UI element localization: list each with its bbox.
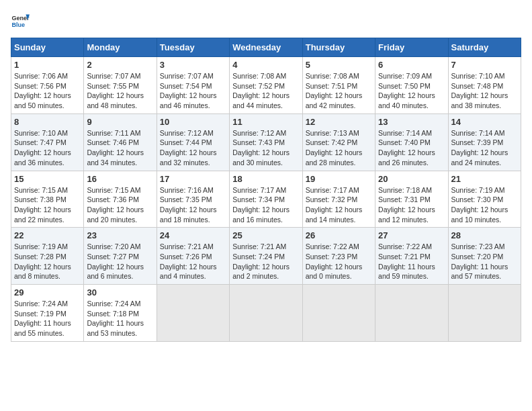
day-number: 23 — [87, 230, 153, 240]
calendar-cell — [302, 285, 375, 342]
day-number: 12 — [306, 117, 372, 127]
day-detail: Sunrise: 7:18 AMSunset: 7:31 PMDaylight:… — [378, 185, 445, 225]
day-detail: Sunrise: 7:17 AMSunset: 7:34 PMDaylight:… — [232, 185, 299, 225]
day-detail: Sunrise: 7:08 AMSunset: 7:51 PMDaylight:… — [306, 71, 372, 111]
calendar-cell: 1 Sunrise: 7:06 AMSunset: 7:56 PMDayligh… — [11, 57, 84, 114]
calendar-cell: 26 Sunrise: 7:22 AMSunset: 7:23 PMDaylig… — [302, 228, 375, 285]
day-detail: Sunrise: 7:22 AMSunset: 7:23 PMDaylight:… — [306, 242, 372, 281]
day-detail: Sunrise: 7:19 AMSunset: 7:30 PMDaylight:… — [451, 185, 518, 225]
day-number: 5 — [306, 60, 372, 70]
weekday-header-saturday: Saturday — [448, 38, 521, 57]
day-detail: Sunrise: 7:16 AMSunset: 7:35 PMDaylight:… — [160, 185, 226, 225]
day-detail: Sunrise: 7:14 AMSunset: 7:40 PMDaylight:… — [378, 128, 445, 168]
day-number: 7 — [451, 60, 518, 70]
day-number: 19 — [306, 174, 372, 184]
day-number: 9 — [87, 117, 153, 127]
weekday-header-thursday: Thursday — [302, 38, 375, 57]
day-detail: Sunrise: 7:08 AMSunset: 7:52 PMDaylight:… — [232, 71, 299, 111]
calendar-cell: 30 Sunrise: 7:24 AMSunset: 7:18 PMDaylig… — [84, 285, 157, 342]
page-header: General Blue — [11, 11, 521, 30]
calendar-cell: 14 Sunrise: 7:14 AMSunset: 7:39 PMDaylig… — [448, 113, 521, 171]
calendar-week-row: 1 Sunrise: 7:06 AMSunset: 7:56 PMDayligh… — [11, 57, 521, 114]
day-number: 28 — [451, 230, 518, 240]
calendar-week-row: 22 Sunrise: 7:19 AMSunset: 7:28 PMDaylig… — [11, 228, 521, 285]
day-number: 20 — [378, 174, 445, 184]
calendar-cell: 16 Sunrise: 7:15 AMSunset: 7:36 PMDaylig… — [84, 171, 157, 228]
day-detail: Sunrise: 7:12 AMSunset: 7:43 PMDaylight:… — [232, 128, 299, 168]
calendar-cell: 29 Sunrise: 7:24 AMSunset: 7:19 PMDaylig… — [11, 285, 84, 342]
calendar-cell: 8 Sunrise: 7:10 AMSunset: 7:47 PMDayligh… — [11, 113, 84, 171]
day-detail: Sunrise: 7:23 AMSunset: 7:20 PMDaylight:… — [451, 242, 518, 281]
day-number: 16 — [87, 174, 153, 184]
calendar-cell: 5 Sunrise: 7:08 AMSunset: 7:51 PMDayligh… — [302, 57, 375, 114]
calendar-cell: 18 Sunrise: 7:17 AMSunset: 7:34 PMDaylig… — [230, 171, 302, 228]
day-number: 22 — [14, 230, 81, 240]
day-number: 15 — [14, 174, 81, 184]
weekday-header-sunday: Sunday — [11, 38, 84, 57]
calendar-cell — [230, 285, 302, 342]
day-number: 1 — [14, 60, 81, 70]
day-number: 6 — [378, 60, 445, 70]
day-number: 3 — [160, 60, 226, 70]
logo: General Blue — [11, 11, 32, 30]
day-detail: Sunrise: 7:10 AMSunset: 7:48 PMDaylight:… — [451, 71, 518, 111]
calendar-cell: 25 Sunrise: 7:21 AMSunset: 7:24 PMDaylig… — [230, 228, 302, 285]
calendar-cell: 27 Sunrise: 7:22 AMSunset: 7:21 PMDaylig… — [375, 228, 448, 285]
day-detail: Sunrise: 7:13 AMSunset: 7:42 PMDaylight:… — [306, 128, 372, 168]
day-detail: Sunrise: 7:20 AMSunset: 7:27 PMDaylight:… — [87, 242, 153, 281]
calendar-cell: 22 Sunrise: 7:19 AMSunset: 7:28 PMDaylig… — [11, 228, 84, 285]
calendar-week-row: 8 Sunrise: 7:10 AMSunset: 7:47 PMDayligh… — [11, 113, 521, 171]
day-number: 30 — [87, 287, 153, 298]
calendar-cell: 6 Sunrise: 7:09 AMSunset: 7:50 PMDayligh… — [375, 57, 448, 114]
day-detail: Sunrise: 7:15 AMSunset: 7:38 PMDaylight:… — [14, 185, 81, 225]
day-detail: Sunrise: 7:10 AMSunset: 7:47 PMDaylight:… — [14, 128, 81, 168]
calendar-cell: 21 Sunrise: 7:19 AMSunset: 7:30 PMDaylig… — [448, 171, 521, 228]
calendar-cell: 19 Sunrise: 7:17 AMSunset: 7:32 PMDaylig… — [302, 171, 375, 228]
day-detail: Sunrise: 7:09 AMSunset: 7:50 PMDaylight:… — [378, 71, 445, 111]
day-number: 11 — [232, 117, 299, 127]
day-number: 29 — [14, 287, 81, 298]
calendar-cell: 12 Sunrise: 7:13 AMSunset: 7:42 PMDaylig… — [302, 113, 375, 171]
day-number: 2 — [87, 60, 153, 70]
day-detail: Sunrise: 7:12 AMSunset: 7:44 PMDaylight:… — [160, 128, 226, 168]
day-detail: Sunrise: 7:14 AMSunset: 7:39 PMDaylight:… — [451, 128, 518, 168]
day-detail: Sunrise: 7:07 AMSunset: 7:55 PMDaylight:… — [87, 71, 153, 111]
calendar-cell: 7 Sunrise: 7:10 AMSunset: 7:48 PMDayligh… — [448, 57, 521, 114]
day-number: 8 — [14, 117, 81, 127]
day-detail: Sunrise: 7:24 AMSunset: 7:19 PMDaylight:… — [14, 299, 81, 338]
calendar-week-row: 15 Sunrise: 7:15 AMSunset: 7:38 PMDaylig… — [11, 171, 521, 228]
calendar-cell: 9 Sunrise: 7:11 AMSunset: 7:46 PMDayligh… — [84, 113, 157, 171]
day-detail: Sunrise: 7:21 AMSunset: 7:26 PMDaylight:… — [160, 242, 226, 281]
calendar-cell: 4 Sunrise: 7:08 AMSunset: 7:52 PMDayligh… — [230, 57, 302, 114]
calendar-cell: 13 Sunrise: 7:14 AMSunset: 7:40 PMDaylig… — [375, 113, 448, 171]
day-number: 18 — [232, 174, 299, 184]
calendar-cell: 24 Sunrise: 7:21 AMSunset: 7:26 PMDaylig… — [157, 228, 229, 285]
day-number: 17 — [160, 174, 226, 184]
calendar-cell — [375, 285, 448, 342]
calendar-week-row: 29 Sunrise: 7:24 AMSunset: 7:19 PMDaylig… — [11, 285, 521, 342]
day-number: 24 — [160, 230, 226, 240]
day-detail: Sunrise: 7:17 AMSunset: 7:32 PMDaylight:… — [306, 185, 372, 225]
calendar-cell: 23 Sunrise: 7:20 AMSunset: 7:27 PMDaylig… — [84, 228, 157, 285]
calendar-cell: 10 Sunrise: 7:12 AMSunset: 7:44 PMDaylig… — [157, 113, 229, 171]
calendar-cell: 3 Sunrise: 7:07 AMSunset: 7:54 PMDayligh… — [157, 57, 229, 114]
weekday-header-tuesday: Tuesday — [157, 38, 229, 57]
day-detail: Sunrise: 7:15 AMSunset: 7:36 PMDaylight:… — [87, 185, 153, 225]
day-number: 21 — [451, 174, 518, 184]
calendar-cell — [157, 285, 229, 342]
calendar-cell: 2 Sunrise: 7:07 AMSunset: 7:55 PMDayligh… — [84, 57, 157, 114]
day-detail: Sunrise: 7:22 AMSunset: 7:21 PMDaylight:… — [378, 242, 445, 281]
day-number: 13 — [378, 117, 445, 127]
day-number: 14 — [451, 117, 518, 127]
day-detail: Sunrise: 7:07 AMSunset: 7:54 PMDaylight:… — [160, 71, 226, 111]
calendar-cell: 11 Sunrise: 7:12 AMSunset: 7:43 PMDaylig… — [230, 113, 302, 171]
day-number: 27 — [378, 230, 445, 240]
day-number: 26 — [306, 230, 372, 240]
calendar-cell: 15 Sunrise: 7:15 AMSunset: 7:38 PMDaylig… — [11, 171, 84, 228]
day-number: 10 — [160, 117, 226, 127]
calendar-cell: 28 Sunrise: 7:23 AMSunset: 7:20 PMDaylig… — [448, 228, 521, 285]
day-detail: Sunrise: 7:21 AMSunset: 7:24 PMDaylight:… — [232, 242, 299, 281]
day-detail: Sunrise: 7:11 AMSunset: 7:46 PMDaylight:… — [87, 128, 153, 168]
calendar-header-row: SundayMondayTuesdayWednesdayThursdayFrid… — [11, 38, 521, 57]
calendar-cell — [448, 285, 521, 342]
